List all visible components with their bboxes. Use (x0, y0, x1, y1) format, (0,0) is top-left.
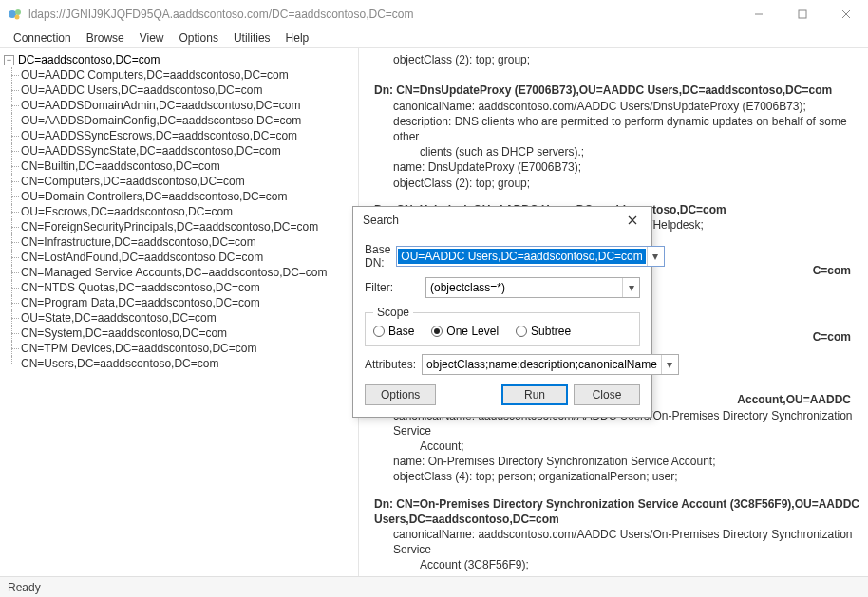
tree-item-label: OU=AADDSDomainAdmin,DC=aaddscontoso,DC=c… (21, 99, 300, 112)
tree-item[interactable]: CN=Infrastructure,DC=aaddscontoso,DC=com (4, 234, 358, 250)
close-button[interactable] (824, 0, 868, 28)
tree-item[interactable]: OU=AADDSSyncEscrows,DC=aaddscontoso,DC=c… (4, 128, 358, 143)
tree-item[interactable]: CN=LostAndFound,DC=aaddscontoso,DC=com (4, 250, 358, 265)
filter-combo[interactable]: (objectclass=*) ▾ (425, 277, 640, 298)
dialog-titlebar[interactable]: Search (353, 207, 651, 233)
scope-subtree-radio[interactable]: Subtree (516, 325, 571, 338)
radio-icon (431, 326, 443, 337)
menu-help[interactable]: Help (278, 29, 317, 47)
tree-item-label: CN=Infrastructure,DC=aaddscontoso,DC=com (21, 235, 256, 249)
app-icon (8, 7, 23, 22)
result-attr: objectClass (2): top; group; (374, 52, 860, 67)
tree-item[interactable]: CN=Program Data,DC=aaddscontoso,DC=com (4, 295, 358, 310)
menu-browse[interactable]: Browse (79, 29, 132, 47)
dropdown-icon[interactable]: ▾ (647, 247, 664, 266)
dropdown-icon[interactable]: ▾ (622, 278, 639, 297)
minimize-button[interactable] (737, 0, 781, 28)
result-attr: canonicalName: aaddscontoso.com/AADDC Us… (374, 99, 860, 114)
tree-item-label: OU=Domain Controllers,DC=aaddscontoso,DC… (21, 190, 287, 203)
tree-item-label: CN=Program Data,DC=aaddscontoso,DC=com (21, 296, 260, 309)
scope-legend: Scope (373, 306, 413, 319)
attributes-value: objectClass;name;description;canonicalNa… (423, 358, 661, 371)
tree-item[interactable]: CN=NTDS Quotas,DC=aaddscontoso,DC=com (4, 280, 358, 295)
tree-item[interactable]: OU=AADDSDomainConfig,DC=aaddscontoso,DC=… (4, 113, 358, 128)
scope-onelevel-radio[interactable]: One Level (431, 325, 499, 338)
base-dn-value: OU=AADDC Users,DC=aaddscontoso,DC=com (398, 249, 645, 264)
tree-item-label: OU=AADDC Users,DC=aaddscontoso,DC=com (21, 84, 262, 97)
tree-item-label: CN=Computers,DC=aaddscontoso,DC=com (21, 175, 245, 188)
options-button[interactable]: Options (365, 384, 436, 405)
result-attr: objectClass (2): top; group; (374, 176, 860, 191)
run-button[interactable]: Run (501, 384, 568, 405)
dialog-title-text: Search (363, 214, 619, 227)
tree-item[interactable]: OU=AADDSDomainAdmin,DC=aaddscontoso,DC=c… (4, 98, 358, 113)
collapse-icon[interactable]: − (4, 55, 14, 65)
result-attr: name: DnsUpdateProxy (E7006B73); (374, 159, 860, 175)
tree-item[interactable]: OU=Escrows,DC=aaddscontoso,DC=com (4, 204, 358, 219)
scope-fieldset: Scope Base One Level Subtree (365, 306, 640, 346)
menubar: Connection Browse View Options Utilities… (0, 28, 868, 47)
result-entry: canonicalName: aaddscontoso.com/AADDC Us… (374, 408, 860, 485)
scope-base-radio[interactable]: Base (373, 325, 414, 338)
dialog-close-button[interactable] (619, 210, 646, 231)
scope-subtree-label: Subtree (531, 325, 571, 338)
result-entry: Dn: CN=On-Premises Directory Synchroniza… (374, 496, 860, 576)
statusbar: Ready (0, 576, 868, 597)
menu-connection[interactable]: Connection (6, 29, 79, 47)
base-dn-label: Base DN: (365, 243, 390, 270)
tree-item[interactable]: OU=AADDSSyncState,DC=aaddscontoso,DC=com (4, 143, 358, 159)
result-attr: name: On-Premises Directory Synchronizat… (374, 454, 860, 469)
result-entry: Dn: CN=DnsUpdateProxy (E7006B73),OU=AADD… (374, 83, 860, 190)
tree-item[interactable]: CN=Builtin,DC=aaddscontoso,DC=com (4, 159, 358, 174)
tree-root-label: DC=aaddscontoso,DC=com (18, 53, 160, 66)
result-attr: canonicalName: aaddscontoso.com/AADDC Us… (374, 527, 860, 573)
menu-options[interactable]: Options (172, 29, 226, 47)
tree-item[interactable]: CN=TPM Devices,DC=aaddscontoso,DC=com (4, 341, 358, 356)
tree-item-label: CN=LostAndFound,DC=aaddscontoso,DC=com (21, 251, 263, 264)
window-controls (737, 0, 868, 28)
tree-item-label: OU=State,DC=aaddscontoso,DC=com (21, 311, 217, 325)
tree-item[interactable]: OU=AADDC Computers,DC=aaddscontoso,DC=co… (4, 67, 358, 83)
tree-item-label: OU=AADDSSyncState,DC=aaddscontoso,DC=com (21, 144, 281, 158)
result-dn: Dn: CN=DnsUpdateProxy (E7006B73),OU=AADD… (374, 83, 860, 98)
tree-item[interactable]: CN=System,DC=aaddscontoso,DC=com (4, 326, 358, 341)
menu-utilities[interactable]: Utilities (226, 29, 278, 47)
search-dialog: Search Base DN: OU=AADDC Users,DC=aaddsc… (352, 206, 652, 418)
radio-icon (373, 326, 385, 337)
result-dn: Dn: CN=On-Premises Directory Synchroniza… (374, 496, 860, 527)
tree-item[interactable]: OU=AADDC Users,DC=aaddscontoso,DC=com (4, 83, 358, 98)
status-text: Ready (8, 581, 41, 594)
base-dn-combo[interactable]: OU=AADDC Users,DC=aaddscontoso,DC=com ▾ (396, 246, 664, 267)
svg-point-2 (15, 15, 20, 20)
tree-item[interactable]: CN=ForeignSecurityPrincipals,DC=aaddscon… (4, 219, 358, 234)
tree-item[interactable]: OU=State,DC=aaddscontoso,DC=com (4, 310, 358, 326)
tree-item[interactable]: CN=Users,DC=aaddscontoso,DC=com (4, 356, 358, 371)
tree-item-label: OU=AADDSDomainConfig,DC=aaddscontoso,DC=… (21, 114, 301, 127)
attributes-combo[interactable]: objectClass;name;description;canonicalNa… (422, 354, 679, 375)
tree-item-label: CN=Builtin,DC=aaddscontoso,DC=com (21, 159, 220, 173)
dialog-close-action-button[interactable]: Close (574, 384, 640, 405)
tree-item-label: OU=AADDSSyncEscrows,DC=aaddscontoso,DC=c… (21, 129, 297, 142)
svg-point-1 (15, 9, 21, 15)
tree-item[interactable]: CN=Computers,DC=aaddscontoso,DC=com (4, 174, 358, 189)
tree-root[interactable]: − DC=aaddscontoso,DC=com (4, 52, 358, 67)
result-attr: objectClass (4): top; person; organizati… (374, 469, 860, 484)
result-attr: description: DNS clients who are permitt… (374, 114, 860, 160)
dropdown-icon[interactable]: ▾ (661, 355, 678, 374)
tree-item-label: CN=Users,DC=aaddscontoso,DC=com (21, 357, 218, 370)
attributes-label: Attributes: (365, 358, 416, 371)
svg-rect-4 (799, 10, 806, 18)
scope-base-label: Base (388, 325, 414, 338)
scope-onelevel-label: One Level (446, 325, 499, 338)
filter-label: Filter: (365, 281, 420, 294)
tree-item-label: CN=NTDS Quotas,DC=aaddscontoso,DC=com (21, 281, 260, 294)
tree-item[interactable]: OU=Domain Controllers,DC=aaddscontoso,DC… (4, 189, 358, 204)
radio-icon (516, 326, 527, 337)
maximize-button[interactable] (781, 0, 824, 28)
menu-view[interactable]: View (132, 29, 172, 47)
tree-item-label: CN=ForeignSecurityPrincipals,DC=aaddscon… (21, 220, 318, 233)
tree-item[interactable]: CN=Managed Service Accounts,DC=aaddscont… (4, 265, 358, 280)
tree-panel[interactable]: − DC=aaddscontoso,DC=com OU=AADDC Comput… (0, 48, 359, 576)
tree-item-label: CN=System,DC=aaddscontoso,DC=com (21, 326, 227, 340)
tree-item-label: CN=TPM Devices,DC=aaddscontoso,DC=com (21, 342, 256, 355)
